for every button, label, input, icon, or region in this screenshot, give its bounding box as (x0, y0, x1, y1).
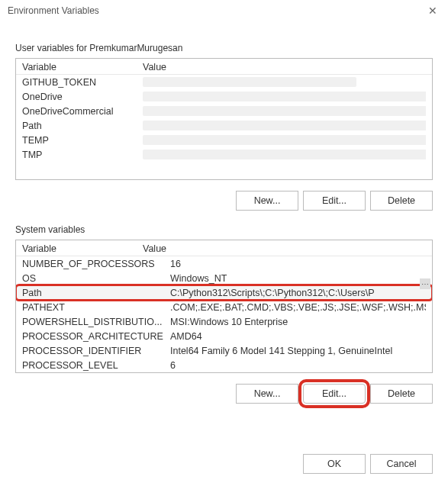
table-row[interactable]: TMP (16, 147, 432, 162)
cell-variable: PATHEXT (22, 301, 170, 314)
footer-button-row: OK Cancel (303, 454, 433, 474)
user-vars-table: Variable Value GITHUB_TOKEN OneDrive One… (15, 58, 433, 180)
user-header-variable[interactable]: Variable (22, 62, 143, 72)
system-delete-button[interactable]: Delete (370, 384, 433, 404)
system-header-value[interactable]: Value (143, 243, 426, 254)
system-vars-label: System variables (15, 224, 433, 235)
user-delete-button[interactable]: Delete (370, 191, 433, 211)
table-row[interactable]: NUMBER_OF_PROCESSORS 16 (16, 256, 432, 271)
system-vars-table: Variable Value NUMBER_OF_PROCESSORS 16 O… (15, 240, 433, 373)
cell-variable: PROCESSOR_ARCHITECTURE (22, 330, 170, 343)
user-new-button[interactable]: New... (236, 191, 298, 211)
user-button-row: New... Edit... Delete (15, 191, 433, 211)
cell-value: Intel64 Family 6 Model 141 Stepping 1, G… (170, 344, 426, 358)
cell-value: 6 (170, 359, 426, 372)
table-row[interactable]: GITHUB_TOKEN (16, 75, 432, 89)
cell-variable: OS (22, 272, 170, 285)
cell-value: AMD64 (170, 330, 426, 343)
table-row-path-selected[interactable]: Path C:\Python312\Scripts\;C:\Python312\… (16, 285, 432, 300)
window-title: Environment Variables (8, 5, 99, 16)
table-row[interactable]: OS Windows_NT (16, 271, 432, 285)
system-header-variable[interactable]: Variable (22, 243, 143, 254)
cell-variable: TEMP (22, 134, 143, 147)
table-row[interactable]: OneDriveCommercial (16, 104, 432, 118)
cell-value: 16 (170, 257, 426, 271)
table-row[interactable]: PROCESSOR_LEVEL 6 (16, 358, 432, 372)
cell-variable: OneDrive (22, 90, 143, 104)
title-bar: Environment Variables ✕ (0, 0, 448, 21)
cell-value (143, 119, 426, 133)
cell-variable: OneDriveCommercial (22, 105, 143, 118)
user-vars-label: User variables for PremkumarMurugesan (15, 43, 433, 53)
table-row[interactable]: OneDrive (16, 89, 432, 104)
cell-value: Windows_NT (170, 272, 426, 285)
table-row[interactable]: PROCESSOR_ARCHITECTURE AMD64 (16, 329, 432, 343)
table-row[interactable]: PROCESSOR_IDENTIFIER Intel64 Family 6 Mo… (16, 343, 432, 358)
cell-value (143, 90, 426, 104)
user-header-value[interactable]: Value (143, 62, 426, 72)
ok-button[interactable]: OK (303, 454, 366, 474)
table-row[interactable]: Path (16, 118, 432, 133)
table-row[interactable]: PATHEXT .COM;.EXE;.BAT;.CMD;.VBS;.VBE;.J… (16, 300, 432, 314)
system-table-header: Variable Value (16, 240, 432, 256)
system-new-button[interactable]: New... (236, 384, 298, 404)
user-edit-button[interactable]: Edit... (303, 191, 366, 211)
system-button-row: New... Edit... Delete (15, 384, 433, 404)
cell-variable: TMP (22, 148, 143, 162)
system-edit-button[interactable]: Edit... (303, 384, 366, 404)
cancel-button[interactable]: Cancel (370, 454, 433, 474)
cell-value: MSI:Windows 10 Enterprise (170, 315, 426, 329)
cell-value (143, 148, 426, 162)
user-table-header: Variable Value (16, 59, 432, 75)
cell-variable: PROCESSOR_LEVEL (22, 359, 170, 372)
cell-variable: Path (22, 119, 143, 133)
cell-value: C:\Python312\Scripts\;C:\Python312\;C:\U… (170, 286, 426, 300)
close-icon[interactable]: ✕ (425, 5, 440, 17)
cell-variable: GITHUB_TOKEN (22, 76, 143, 89)
cell-value (143, 134, 426, 147)
cell-variable: POWERSHELL_DISTRIBUTIO... (22, 315, 170, 329)
table-row[interactable]: TEMP (16, 133, 432, 147)
cell-variable: Path (22, 286, 170, 300)
cell-variable: NUMBER_OF_PROCESSORS (22, 257, 170, 271)
scroll-indicator[interactable]: ⋯ (420, 278, 430, 289)
cell-value (143, 76, 426, 89)
table-row[interactable]: POWERSHELL_DISTRIBUTIO... MSI:Windows 10… (16, 314, 432, 329)
cell-value (143, 105, 426, 118)
cell-value: .COM;.EXE;.BAT;.CMD;.VBS;.VBE;.JS;.JSE;.… (170, 301, 426, 314)
cell-variable: PROCESSOR_IDENTIFIER (22, 344, 170, 358)
